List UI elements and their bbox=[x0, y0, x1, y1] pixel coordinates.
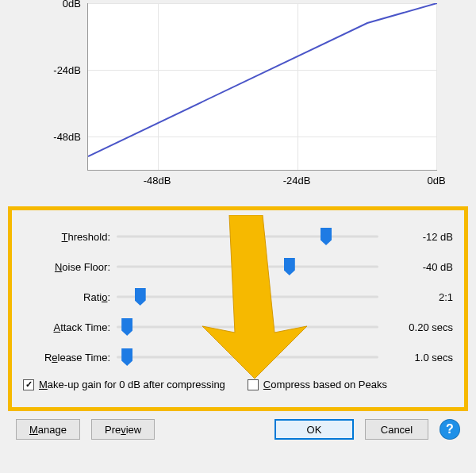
release-time-slider[interactable] bbox=[117, 349, 378, 365]
compress-peaks-checkbox[interactable]: Compress based on Peaks bbox=[248, 379, 387, 390]
dialog-button-row: Manage Preview OK Cancel ? bbox=[16, 419, 460, 440]
preview-button[interactable]: Preview bbox=[91, 419, 155, 440]
chart-x-tick-2: 0dB bbox=[427, 175, 445, 187]
release-time-row: Release Time: 1.0 secs bbox=[23, 342, 453, 372]
controls-panel: Threshold: -12 dB Noise Floor: -40 dB Ra… bbox=[8, 206, 468, 411]
compress-peaks-label: Compress based on Peaks bbox=[263, 379, 387, 390]
checkbox-unchecked-icon bbox=[248, 379, 259, 390]
noise-floor-slider-thumb[interactable] bbox=[284, 258, 295, 275]
manage-button[interactable]: Manage bbox=[16, 419, 80, 440]
noise-floor-label: Noise Floor: bbox=[23, 261, 117, 273]
threshold-slider-thumb[interactable] bbox=[321, 228, 332, 245]
chart-y-tick-2: -48dB bbox=[33, 131, 81, 143]
chart-y-tick-0: 0dB bbox=[33, 0, 81, 10]
compression-curve-chart: 0dB -24dB -48dB -48dB -24dB 0dB bbox=[16, 3, 460, 200]
ok-button[interactable]: OK bbox=[274, 419, 354, 440]
ratio-label: Ratio: bbox=[23, 291, 117, 303]
checkbox-checked-icon bbox=[23, 379, 34, 390]
ratio-slider-thumb[interactable] bbox=[135, 288, 146, 306]
release-time-value: 1.0 secs bbox=[378, 352, 453, 363]
chart-x-tick-1: -24dB bbox=[283, 175, 311, 187]
makeup-gain-label: Make-up gain for 0 dB after compressing bbox=[39, 379, 225, 390]
attack-time-value: 0.20 secs bbox=[378, 321, 453, 333]
makeup-gain-checkbox[interactable]: Make-up gain for 0 dB after compressing bbox=[23, 379, 225, 390]
cancel-button[interactable]: Cancel bbox=[365, 419, 428, 440]
noise-floor-row: Noise Floor: -40 dB bbox=[23, 252, 453, 282]
release-time-slider-thumb[interactable] bbox=[121, 348, 132, 366]
ratio-slider[interactable] bbox=[117, 289, 378, 305]
attack-time-row: Attack Time: 0.20 secs bbox=[23, 312, 453, 342]
attack-time-slider[interactable] bbox=[117, 319, 378, 335]
threshold-label: Threshold: bbox=[23, 231, 117, 243]
ratio-row: Ratio: 2:1 bbox=[23, 282, 453, 312]
threshold-slider[interactable] bbox=[117, 229, 378, 244]
help-button[interactable]: ? bbox=[440, 419, 460, 440]
attack-time-label: Attack Time: bbox=[23, 321, 117, 333]
chart-x-tick-0: -48dB bbox=[144, 175, 171, 187]
attack-time-slider-thumb[interactable] bbox=[121, 318, 132, 336]
ratio-value: 2:1 bbox=[378, 291, 453, 303]
noise-floor-slider[interactable] bbox=[117, 259, 378, 275]
release-time-label: Release Time: bbox=[23, 352, 117, 363]
chart-y-tick-1: -24dB bbox=[33, 64, 81, 76]
threshold-value: -12 dB bbox=[378, 231, 453, 243]
noise-floor-value: -40 dB bbox=[378, 261, 453, 273]
threshold-row: Threshold: -12 dB bbox=[23, 221, 453, 252]
